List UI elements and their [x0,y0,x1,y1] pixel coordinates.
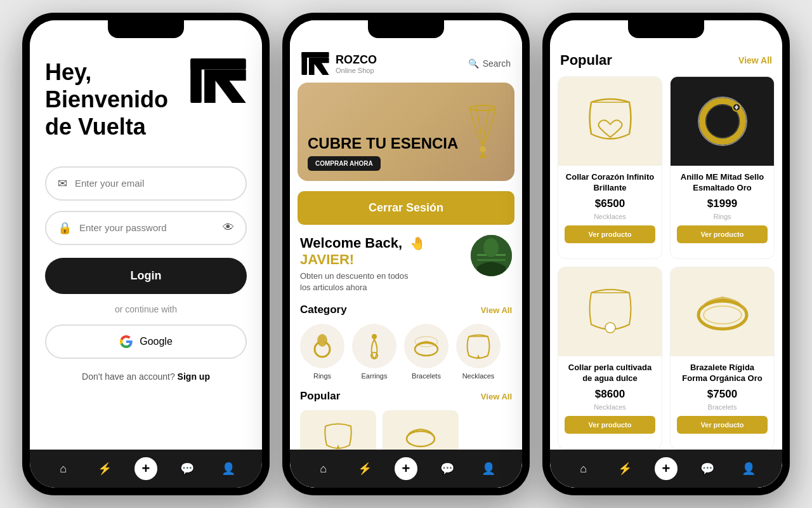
product-card-2[interactable]: Anillo ME Mitad Sello Esmaltado Oro $199… [670,76,775,259]
phone-login: Hey, Bienvenido de Vuelta ✉ [22,13,270,495]
email-input[interactable] [75,178,234,189]
popular-preview-item-1 [300,410,376,450]
category-item-necklaces[interactable]: Necklaces [456,324,501,380]
product-name-4: Brazalete Rígida Forma Orgánica Oro [677,363,768,384]
phone-screen-1: Hey, Bienvenido de Vuelta ✉ [30,20,262,488]
chat-nav-icon-3[interactable]: 💬 [696,457,719,480]
popular-title-shop: Popular [300,390,340,403]
product-card-3[interactable]: Collar perla cultivada de agua dulce $86… [558,267,662,450]
login-header: Hey, Bienvenido de Vuelta [45,58,247,141]
svg-marker-2 [204,70,246,104]
chat-nav-icon-2[interactable]: 💬 [436,457,459,480]
category-title: Category [300,304,347,316]
user-avatar [471,235,512,276]
add-nav-button[interactable]: + [134,457,157,480]
shop-content: CUBRE TU ESENCIA COMPRAR AHORA [290,83,522,450]
popular-page-view-all[interactable]: View All [738,55,772,65]
phone-popular: Popular View All [542,13,790,495]
necklaces-icon [462,330,494,362]
popular-necklace-svg [319,417,357,450]
email-input-wrapper[interactable]: ✉ [45,166,247,201]
avatar-svg [471,235,512,276]
hero-button[interactable]: COMPRAR AHORA [308,156,381,171]
phone-shop: ROZCO Online Shop 🔍 Search CUBRE TU ESEN… [282,13,530,495]
svg-point-23 [407,431,435,446]
popular-page-title: Popular [560,52,612,69]
category-view-all[interactable]: View All [481,305,512,315]
hero-banner: CUBRE TU ESENCIA COMPRAR AHORA [298,83,514,181]
user-nav-icon-3[interactable]: 👤 [737,457,760,480]
category-circle-necklaces [456,324,501,368]
bottom-nav-3: ⌂ ⚡ + 💬 👤 [550,450,782,488]
welcome-text: Welcome Back, 🤚 JAVIER! Obten un descuen… [300,235,426,293]
bottom-nav-2: ⌂ ⚡ + 💬 👤 [290,450,522,488]
product-img-1 [558,77,662,166]
category-circle-earrings [352,324,396,368]
bolt-nav-icon[interactable]: ⚡ [93,457,116,480]
product-svg-necklace-2 [579,280,642,344]
category-item-earrings[interactable]: Earrings [352,324,396,380]
signup-link[interactable]: Sign up [178,371,210,382]
email-icon: ✉ [58,177,67,190]
bolt-nav-icon-3[interactable]: ⚡ [613,457,636,480]
home-nav-icon-3[interactable]: ⌂ [572,457,595,480]
login-button[interactable]: Login [45,258,247,294]
popular-section-header: Popular View All [290,390,522,410]
ver-producto-btn-1[interactable]: Ver producto [565,225,655,243]
brand-name: ROZCO [336,53,377,67]
signup-text: Don't have an account? Sign up [45,371,247,382]
svg-point-34 [704,306,742,324]
chat-nav-icon[interactable]: 💬 [176,457,199,480]
product-name-1: Collar Corazón Infinito Brillante [565,172,655,194]
password-input-wrapper[interactable]: 🔒 👁 [45,211,247,245]
product-price-1: $6500 [565,197,655,210]
phone-notch-3 [628,20,704,38]
home-nav-icon[interactable]: ⌂ [52,457,75,480]
svg-point-18 [415,343,438,356]
shop-screen: ROZCO Online Shop 🔍 Search CUBRE TU ESEN… [290,20,522,488]
search-bar[interactable]: 🔍 Search [468,58,511,69]
category-section-header: Category View All [290,304,522,324]
phone-screen-3: Popular View All [550,20,782,488]
phone-notch-1 [108,20,184,38]
svg-point-6 [470,105,495,110]
product-card-4[interactable]: Brazalete Rígida Forma Orgánica Oro $750… [670,267,775,450]
phone-notch-2 [368,20,444,38]
add-nav-button-2[interactable]: + [395,457,417,480]
hero-content: CUBRE TU ESENCIA COMPRAR AHORA [308,135,458,171]
popular-screen: Popular View All [550,20,782,488]
google-button[interactable]: Google [45,324,247,359]
eye-icon[interactable]: 👁 [223,221,234,234]
category-label-rings: Rings [313,372,331,380]
product-price-4: $7500 [677,388,768,401]
search-label: Search [483,58,511,69]
popular-view-all-shop[interactable]: View All [481,392,512,401]
home-nav-icon-2[interactable]: ⌂ [312,457,335,480]
product-category-2: Rings [677,213,768,220]
brand-text: ROZCO Online Shop [336,53,377,74]
login-inputs: ✉ 🔒 👁 [45,166,247,245]
brand-sub: Online Shop [336,67,377,74]
user-nav-icon[interactable]: 👤 [217,457,240,480]
category-item-rings[interactable]: Rings [300,324,344,380]
ver-producto-btn-2[interactable]: Ver producto [677,225,768,243]
category-label-earrings: Earrings [362,372,388,380]
svg-rect-11 [477,259,506,261]
product-category-1: Necklaces [565,213,655,220]
products-grid: Collar Corazón Infinito Brillante $6500 … [550,76,782,450]
rozco-logo-login [190,58,247,103]
category-item-bracelets[interactable]: Bracelets [404,324,449,380]
earrings-icon [358,330,390,362]
ver-producto-btn-4[interactable]: Ver producto [677,416,768,434]
product-img-3 [558,267,662,356]
user-nav-icon-2[interactable]: 👤 [477,457,500,480]
bolt-nav-icon-2[interactable]: ⚡ [353,457,376,480]
or-continue-text: or continue with [45,304,247,314]
product-card-1[interactable]: Collar Corazón Infinito Brillante $6500 … [558,76,662,259]
ver-producto-btn-3[interactable]: Ver producto [565,416,655,434]
password-input[interactable] [79,222,215,233]
cerrar-sesion-button[interactable]: Cerrar Sesión [298,191,514,225]
add-nav-button-3[interactable]: + [655,457,678,480]
phone-screen-2: ROZCO Online Shop 🔍 Search CUBRE TU ESEN… [290,20,522,488]
rozco-logo-shop [301,52,329,75]
